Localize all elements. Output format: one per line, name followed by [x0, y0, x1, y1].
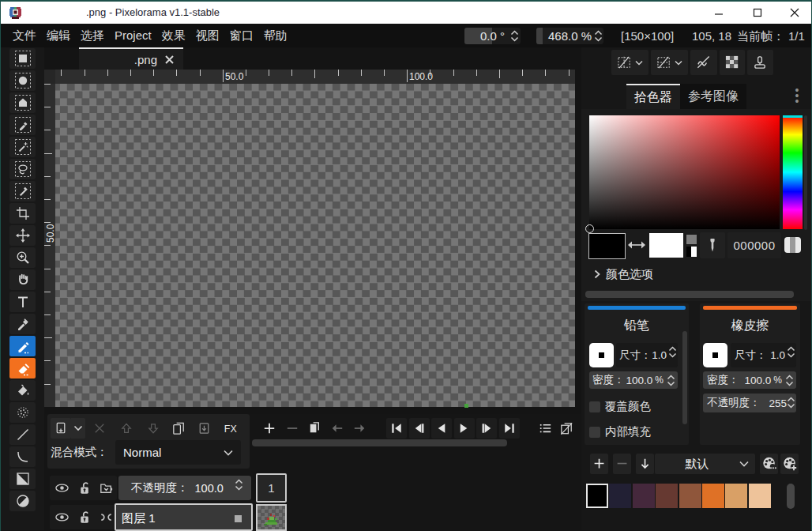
tool-crop[interactable] — [9, 203, 36, 224]
layer-1-button[interactable]: 图层 1 — [115, 503, 253, 531]
tool-color-picker[interactable] — [9, 314, 36, 334]
pencil-overwrite-checkbox[interactable]: 覆盖颜色 — [589, 399, 651, 414]
color-options-fold[interactable]: 颜色选项 — [594, 266, 653, 282]
tab-menu-icon[interactable]: ••• — [793, 88, 801, 105]
palette-swatch-0[interactable] — [586, 484, 608, 508]
swap-colors-button[interactable] — [626, 239, 647, 250]
layer1-linked-button[interactable] — [96, 507, 116, 527]
hue-slider[interactable] — [783, 115, 803, 229]
picker-vertical-scrollbar[interactable] — [804, 115, 807, 230]
mirror-horizontal-button[interactable] — [611, 50, 648, 75]
layer1-visibility-button[interactable] — [52, 507, 71, 527]
rotation-spinner[interactable] — [510, 30, 519, 42]
tool-shading[interactable] — [9, 402, 36, 423]
left-color-swatch[interactable] — [588, 233, 626, 259]
tool-ellipse-select[interactable] — [9, 70, 36, 91]
clone-layer-button[interactable] — [169, 419, 188, 438]
sort-palette-button[interactable] — [636, 454, 654, 474]
tool-bucket[interactable] — [9, 380, 36, 401]
palette-swatch-2[interactable] — [633, 484, 655, 508]
add-frame-button[interactable] — [261, 418, 278, 439]
next-frame-button[interactable] — [476, 418, 497, 439]
add-layer-button[interactable] — [51, 418, 71, 439]
timeline-scrollbar[interactable] — [252, 439, 507, 446]
palette-swatch-1[interactable] — [609, 484, 631, 508]
palette-swatch-6[interactable] — [725, 484, 747, 508]
onion-skinning-button[interactable] — [557, 418, 576, 439]
alpha-lock-button[interactable] — [720, 50, 745, 75]
layer1-lock-button[interactable] — [75, 507, 94, 527]
pencil-brush-button[interactable] — [589, 343, 614, 367]
pencil-fill-inside-checkbox[interactable]: 内部填充 — [589, 424, 651, 439]
dynamics-button[interactable] — [747, 50, 773, 75]
tab-color-picker[interactable]: 拾色器 — [626, 84, 680, 109]
remove-swatch-button[interactable] — [613, 454, 631, 474]
pencil-panel-scrollbar[interactable] — [682, 331, 687, 424]
eraser-density-slider[interactable]: 密度： 100.0 % — [703, 371, 796, 389]
eraser-density-spinner[interactable] — [785, 375, 794, 386]
eraser-size-spinner[interactable] — [787, 346, 795, 358]
screen-color-picker-button[interactable] — [700, 232, 725, 258]
tool-lasso[interactable] — [9, 159, 36, 179]
palette-dropdown[interactable]: 默认 — [655, 454, 755, 474]
horizontal-ruler[interactable]: 50.0100.0 — [55, 70, 575, 84]
tool-pan[interactable] — [9, 269, 36, 290]
vertical-ruler[interactable]: 50.0 — [44, 84, 55, 407]
menu-window[interactable]: 窗口 — [230, 24, 254, 47]
menu-project[interactable]: Project — [115, 24, 152, 47]
tool-magic-wand[interactable] — [9, 137, 36, 157]
canvas[interactable] — [55, 84, 575, 407]
right-color-swatch[interactable] — [649, 233, 683, 258]
play-backwards-button[interactable] — [431, 418, 452, 439]
go-first-frame-button[interactable] — [386, 418, 407, 439]
close-button[interactable] — [776, 2, 812, 24]
tool-pencil[interactable] — [9, 336, 36, 356]
menu-effects[interactable]: 效果 — [162, 24, 186, 47]
pencil-size-spinner[interactable] — [668, 346, 677, 358]
tool-rectangle[interactable] — [9, 469, 36, 489]
pencil-density-slider[interactable]: 密度： 100.0 % — [589, 371, 678, 389]
layer-expand-handle[interactable] — [235, 515, 242, 522]
menu-edit[interactable]: 编辑 — [47, 24, 70, 47]
add-swatch-button[interactable] — [590, 454, 608, 474]
saturation-value-box[interactable] — [589, 115, 780, 229]
layer-opacity-spinner[interactable] — [235, 479, 243, 491]
picker-horizontal-scrollbar[interactable] — [585, 291, 794, 298]
menu-help[interactable]: 帮助 — [264, 24, 288, 47]
tool-polygon-select[interactable] — [9, 92, 36, 113]
previous-frame-button[interactable] — [409, 418, 430, 439]
pencil-density-spinner[interactable] — [667, 375, 675, 386]
clone-frame-button[interactable] — [306, 418, 323, 439]
layer-visibility-button[interactable] — [52, 478, 71, 498]
menu-view[interactable]: 视图 — [196, 24, 220, 47]
palette-add-button[interactable] — [780, 454, 799, 474]
palette-more-button[interactable] — [760, 454, 778, 474]
menu-select[interactable]: 选择 — [81, 24, 104, 47]
tool-zoom[interactable] — [9, 247, 36, 268]
palette-swatch-5[interactable] — [702, 484, 724, 508]
move-frame-left-button[interactable] — [329, 418, 346, 439]
merge-down-button[interactable] — [194, 419, 213, 438]
go-last-frame-button[interactable] — [499, 418, 520, 439]
blend-mode-dropdown[interactable]: Normal — [115, 440, 241, 465]
palette-swatch-7[interactable] — [749, 484, 771, 508]
tool-text[interactable] — [9, 292, 36, 312]
remove-frame-button[interactable] — [284, 418, 301, 439]
eraser-opacity-slider[interactable]: 不透明度： 255 — [703, 394, 796, 412]
fx-button[interactable]: FX — [220, 419, 239, 438]
layer-lock-button[interactable] — [75, 478, 94, 498]
cel-view-button[interactable] — [536, 418, 554, 439]
frame-button-1[interactable]: 1 — [256, 473, 287, 503]
eraser-brush-button[interactable] — [703, 343, 727, 367]
menu-file[interactable]: 文件 — [13, 24, 36, 47]
pixel-perfect-button[interactable] — [690, 50, 717, 75]
move-layer-up-button[interactable] — [117, 419, 136, 438]
tab-close-icon[interactable] — [164, 55, 175, 65]
add-layer-dropdown-button[interactable] — [71, 418, 85, 439]
tool-line[interactable] — [9, 424, 36, 445]
tool-eraser[interactable] — [9, 358, 36, 378]
palette-scrollbar[interactable] — [787, 484, 795, 509]
remove-layer-button[interactable] — [90, 419, 109, 438]
tool-ellipse[interactable] — [9, 491, 36, 511]
maximize-button[interactable] — [739, 2, 775, 24]
